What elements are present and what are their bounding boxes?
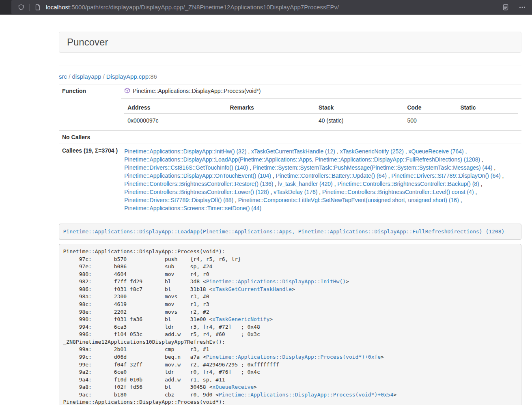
page-icon [34,4,41,11]
function-symbol: Pinetime::Applications::DisplayApp::Proc… [133,88,261,94]
browser-toolbar: localhost:5000/path/src/displayapp/Displ… [0,0,532,15]
callees-list: Pinetime::Applications::DisplayApp::Init… [121,144,521,216]
callee-separator: , [335,148,340,155]
code-value: 500 [404,114,457,127]
toolbar-divider [514,4,514,11]
disassembly-symbol-link[interactable]: Pinetime::Applications::DisplayApp::Init… [206,278,346,284]
disassembly-line: 9a2: 6ce0 ldr r0, [r4, #76] ; 0x4c [63,369,260,375]
breadcrumb-separator: / [67,73,72,80]
col-header-stack: Stack [315,102,404,114]
metrics-table: Address Remarks Stack Code Static 0x0000… [124,102,518,127]
callee-separator: , [492,164,495,171]
disassembly-line: 990: f031 fa36 bl 31e00 <xTaskGenericNot… [63,316,273,322]
callee-separator: , [233,197,238,203]
breadcrumb-separator: / [101,73,106,80]
callee-separator: , [248,164,253,171]
package-icon [124,88,130,95]
related-symbol-link[interactable]: Pinetime::Applications::DisplayApp::Load… [63,228,505,235]
callee-link[interactable]: Pinetime::Drivers::St7789::DisplayOff() … [124,197,233,203]
callers-label: No Callers [59,131,121,144]
address-value: 0x0000097c [124,114,226,127]
callee-link[interactable]: Pinetime::Controllers::BrightnessControl… [322,189,474,195]
callee-link[interactable]: xTaskGenericNotify (252) [340,148,404,155]
metrics-cell: Address Remarks Stack Code Static 0x0000… [121,99,521,131]
disassembly-symbol-link[interactable]: Pinetime::Applications::DisplayApp::Proc… [206,354,381,360]
callee-separator: , [317,189,322,195]
callee-link[interactable]: vTaskDelay (176) [274,189,317,195]
callee-separator: , [387,172,392,179]
callee-separator: , [480,156,483,163]
disassembly-line: 982: f7ff fd29 bl 3d8 <Pinetime::Applica… [63,278,349,284]
disassembly-line: 994: 6ca3 ldr r3, [r4, #72] ; 0x48 [63,324,260,330]
url-bar[interactable]: localhost:5000/path/src/displayapp/Displ… [11,0,532,14]
breadcrumb-line-number: :86 [149,73,157,80]
disassembly-line: 996: f104 053c add.w r5, r4, #60 ; 0x3c [63,331,260,337]
app-title: Puncover [67,37,108,47]
callee-link[interactable]: Pinetime::Applications::DisplayApp::Load… [124,156,480,163]
static-value [457,114,519,127]
callee-separator: , [333,181,338,187]
callee-link[interactable]: xQueueReceive (764) [409,148,464,155]
disassembly-line: 980: 4604 mov r4, r0 [63,271,209,277]
disassembly-symbol-link[interactable]: xQueueReceive [212,384,254,390]
callee-link[interactable]: lv_task_handler (420) [278,181,333,187]
url-path: :5000/path/src/displayapp/DisplayApp.cpp… [70,4,339,11]
callee-separator: , [479,181,482,187]
symbol-table: Function Pinetime::Applications::Display… [59,84,521,215]
breadcrumb-link-src[interactable]: src [59,73,67,80]
callee-link[interactable]: Pinetime::Applications::DisplayApp::OnTo… [124,172,271,179]
callee-link[interactable]: Pinetime::System::SystemTask::PushMessag… [253,164,493,171]
callee-separator: , [404,148,409,155]
metrics-data-row: 0x0000097c 40 (static) 500 [124,114,518,127]
disassembly-line: 98e: 2202 movs r2, #2 [63,309,209,315]
disassembly-line: 9a8: f02f fd56 bl 30458 <xQueueReceive> [63,384,257,390]
col-header-static: Static [457,102,519,114]
divider [59,65,521,65]
app-header: Puncover [59,32,521,53]
callee-link[interactable]: Pinetime::Controllers::BrightnessControl… [124,189,269,195]
metrics-row: Address Remarks Stack Code Static 0x0000… [59,99,521,131]
callee-link[interactable]: Pinetime::Applications::DisplayApp::Init… [124,148,246,155]
reader-mode-icon[interactable] [502,4,509,11]
breadcrumb-link-displayapp[interactable]: displayapp [72,73,101,80]
disassembly-line: Pinetime::Applications::DisplayApp::Proc… [63,399,225,405]
stack-value: 40 (static) [315,114,404,127]
col-header-remarks: Remarks [227,102,315,114]
callee-separator: , [269,189,274,195]
disassembly-line: 99c: d06d beq.n a7a <Pinetime::Applicati… [63,354,384,360]
callee-separator: , [474,189,477,195]
disassembly-line: 99e: f04f 32ff mov.w r2, #4294967295 ; 0… [63,362,279,368]
menu-dots-icon[interactable] [519,4,526,11]
callee-link[interactable]: Pinetime::Components::LittleVgl::SetNewT… [238,197,459,203]
disassembly-symbol-link[interactable]: Pinetime::Applications::DisplayApp::Proc… [219,392,393,398]
callee-link[interactable]: Pinetime::Controllers::BrightnessControl… [337,181,479,187]
callee-link[interactable]: Pinetime::Applications::Screens::Timer::… [124,205,261,211]
disassembly-line: 9ac: b180 cbz r0, 9d0 <Pinetime::Applica… [63,392,397,398]
callee-separator: , [246,148,251,155]
metrics-header-row: Address Remarks Stack Code Static [124,102,518,114]
callee-link[interactable]: xTaskGetCurrentTaskHandle (12) [251,148,335,155]
callee-separator: , [464,148,467,155]
disassembly-line: _ZN8Pinetime12Applications10DisplayApp7R… [63,339,225,345]
remarks-value [227,114,315,127]
col-header-code: Code [404,102,457,114]
disassembly-line: 97e: b086 sub sp, #24 [63,263,213,269]
url-text[interactable]: localhost:5000/path/src/displayapp/Displ… [46,4,500,11]
url-host: localhost [46,4,70,11]
disassembly-line: Pinetime::Applications::DisplayApp::Proc… [63,248,225,254]
disassembly-symbol-link[interactable]: xTaskGetCurrentTaskHandle [212,286,292,292]
callee-link[interactable]: Pinetime::Drivers::Cst816S::GetTouchInfo… [124,164,248,171]
callee-link[interactable]: Pinetime::Controllers::Battery::Update()… [276,172,387,179]
callers-row: No Callers [59,131,521,144]
disassembly-line: 98a: 2300 movs r3, #0 [63,293,209,299]
breadcrumb-link-file[interactable]: DisplayApp.cpp [106,73,149,80]
callee-link[interactable]: Pinetime::Controllers::BrightnessControl… [124,181,273,187]
shield-icon[interactable] [18,4,24,11]
callee-link[interactable]: Pinetime::Drivers::St7789::DisplayOn() (… [392,172,501,179]
col-header-address: Address [124,102,226,114]
disassembly-symbol-link[interactable]: xTaskGenericNotify [212,316,269,322]
breadcrumb: src / displayapp / DisplayApp.cpp:86 [59,73,521,80]
disassembly-line: 99a: 2b01 cmp r3, #1 [63,346,209,352]
toolbar-divider [29,4,30,11]
callees-label: Callees (19, Σ=3704 ) [59,144,121,216]
